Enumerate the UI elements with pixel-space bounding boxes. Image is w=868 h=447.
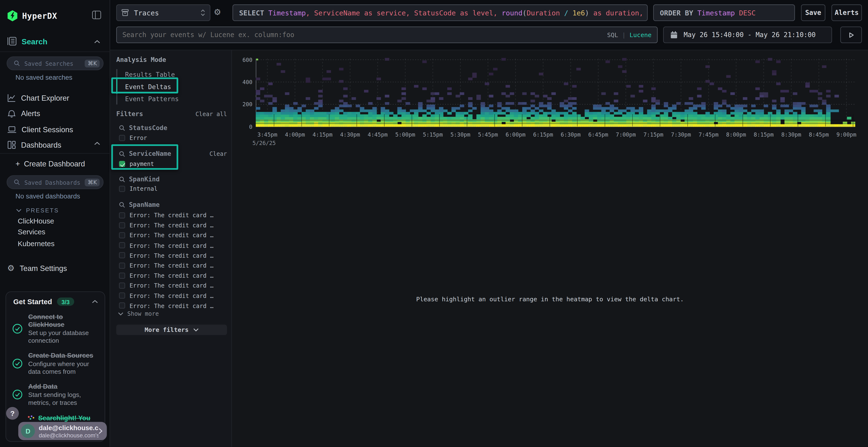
sidebar-collapse-icon[interactable]	[92, 10, 101, 20]
x-tick-label: 7:30pm	[665, 132, 696, 138]
sql-select-input[interactable]: SELECT Timestamp, ServiceName as service…	[232, 4, 648, 21]
sql-select-text: SELECT Timestamp, ServiceName as service…	[239, 9, 648, 17]
database-icon	[121, 9, 129, 16]
filter-panel: Analysis Mode Results Table Event Deltas…	[110, 50, 232, 447]
checkbox[interactable]	[119, 222, 125, 228]
filter-option-internal[interactable]: Internal	[119, 185, 158, 192]
filter-option-spanname[interactable]: Error: The credit card …	[119, 240, 228, 250]
x-tick-label: 9:00pm	[831, 132, 862, 138]
create-dashboard-button[interactable]: + Create Dashboard	[16, 159, 85, 168]
preset-services[interactable]: Services	[18, 228, 45, 236]
filter-option-spanname[interactable]: Error: The credit card …	[119, 290, 228, 301]
checkbox[interactable]	[119, 272, 125, 278]
checkbox[interactable]	[119, 303, 125, 309]
mode-track-active	[116, 78, 117, 94]
avatar-initial: D	[26, 427, 30, 435]
y-tick-label: 400	[232, 79, 252, 85]
duration-heatmap-canvas[interactable]	[256, 56, 855, 127]
clear-servicename-button[interactable]: Clear	[210, 150, 227, 157]
checkbox[interactable]	[119, 212, 125, 218]
help-button[interactable]: ?	[6, 407, 19, 420]
mode-event-patterns[interactable]: Event Patterns	[125, 95, 179, 103]
lang-toggle-lucene[interactable]: Lucene	[629, 31, 651, 38]
plus-icon: +	[16, 159, 20, 168]
filter-option-spanname[interactable]: Error: The credit card …	[119, 281, 228, 291]
search-icon[interactable]	[119, 176, 125, 182]
get-started-title: Get Started	[13, 298, 52, 306]
filter-group-servicename: ServiceName	[119, 150, 171, 158]
sidebar-item-alerts[interactable]: Alerts	[0, 106, 110, 121]
x-tick-label: 8:45pm	[803, 132, 835, 138]
checkbox[interactable]	[119, 185, 125, 192]
sidebar-section-search[interactable]: Search	[7, 37, 48, 46]
filter-group-spanname: SpanName	[119, 201, 160, 208]
filter-group-name: StatusCode	[129, 124, 167, 132]
app-logo[interactable]: HyperDX	[7, 10, 57, 22]
order-by-input[interactable]: ORDER BY Timestamp DESC	[653, 4, 795, 21]
filter-option-payment[interactable]: payment	[119, 161, 154, 167]
lang-toggle-divider: |	[622, 31, 626, 38]
clear-all-button[interactable]: Clear all	[195, 110, 227, 117]
shortcut-badge: ⌘K	[85, 178, 100, 186]
data-source-select[interactable]: Traces	[116, 4, 210, 21]
filter-option-spanname[interactable]: Error: The credit card …	[119, 301, 228, 311]
step-title: Create Data Sources	[28, 352, 97, 359]
search-icon	[14, 60, 20, 66]
checkbox[interactable]	[119, 135, 125, 141]
checkbox[interactable]	[119, 232, 125, 238]
mode-results-table[interactable]: Results Table	[125, 71, 175, 78]
user-menu[interactable]: D dale@clickhouse.com dale@clickhouse.co…	[18, 422, 107, 440]
source-settings-gear-icon[interactable]: ⚙	[214, 7, 221, 17]
sidebar-item-chart-explorer[interactable]: Chart Explorer	[0, 91, 110, 105]
save-button[interactable]: Save	[801, 4, 825, 21]
filter-option-spanname[interactable]: Error: The credit card …	[119, 230, 228, 240]
search-section-chevron-up-icon[interactable]	[94, 40, 100, 44]
x-tick-label: 6:30pm	[555, 132, 586, 138]
sidebar-item-client-sessions[interactable]: Client Sessions	[0, 122, 110, 137]
x-tick-label: 7:15pm	[638, 132, 669, 138]
filter-option-spanname[interactable]: Error: The credit card …	[119, 271, 228, 281]
get-started-step[interactable]: Connect to ClickHouse Set up your databa…	[12, 313, 98, 344]
filter-option-spanname[interactable]: Error: The credit card …	[119, 260, 228, 271]
show-more-toggle[interactable]: Show more	[118, 310, 159, 317]
search-icon[interactable]	[119, 202, 125, 208]
filter-option-spanname[interactable]: Error: The credit card …	[119, 220, 228, 230]
search-icon[interactable]	[119, 125, 125, 131]
search-icon[interactable]	[119, 151, 125, 157]
lang-toggle-sql[interactable]: SQL	[607, 31, 618, 38]
filter-option-spanname[interactable]: Error: The credit card …	[119, 250, 228, 260]
saved-dashboards-input[interactable]: Saved Dashboards ⌘K	[7, 175, 104, 189]
preset-clickhouse[interactable]: ClickHouse	[18, 217, 54, 225]
hidden-step-label: Searchlight! You	[38, 414, 90, 422]
mode-event-deltas[interactable]: Event Deltas	[125, 83, 171, 91]
check-circle-icon	[12, 389, 23, 400]
get-started-chevron-up-icon[interactable]	[92, 300, 98, 304]
team-settings-link[interactable]: ⚙ Team Settings	[7, 263, 67, 273]
search-input[interactable]	[122, 31, 607, 39]
checkbox[interactable]	[119, 262, 125, 268]
user-email: dale@clickhouse.com	[39, 424, 99, 432]
time-range-picker[interactable]: May 26 15:40:00 - May 26 21:10:00	[663, 27, 832, 43]
preset-kubernetes[interactable]: Kubernetes	[18, 239, 55, 248]
presets-toggle[interactable]: PRESETS	[16, 207, 59, 214]
sidebar-item-label: Chart Explorer	[21, 94, 69, 102]
sidebar-item-dashboards[interactable]: Dashboards	[0, 138, 110, 152]
presets-label: PRESETS	[26, 207, 59, 214]
checkbox[interactable]	[119, 293, 125, 299]
checkbox-checked[interactable]	[119, 161, 125, 167]
run-query-button[interactable]	[840, 27, 862, 43]
checkbox[interactable]	[119, 282, 125, 288]
alerts-button[interactable]: Alerts	[831, 4, 862, 21]
filter-option-error[interactable]: Error	[119, 134, 147, 141]
saved-searches-input[interactable]: Saved Searches ⌘K	[7, 56, 104, 70]
get-started-step[interactable]: Create Data Sources Configure where your…	[12, 352, 98, 375]
checkbox[interactable]	[119, 252, 125, 259]
app-title: HyperDX	[22, 11, 57, 20]
checkbox[interactable]	[119, 242, 125, 248]
search-section-icon	[7, 37, 17, 46]
search-section-label: Search	[22, 37, 48, 46]
dashboards-chevron-up-icon[interactable]	[94, 142, 100, 145]
more-filters-button[interactable]: More filters	[116, 325, 227, 335]
get-started-step[interactable]: Add Data Start sending logs, metrics, or…	[12, 383, 98, 407]
filter-option-spanname[interactable]: Error: The credit card …	[119, 210, 228, 220]
